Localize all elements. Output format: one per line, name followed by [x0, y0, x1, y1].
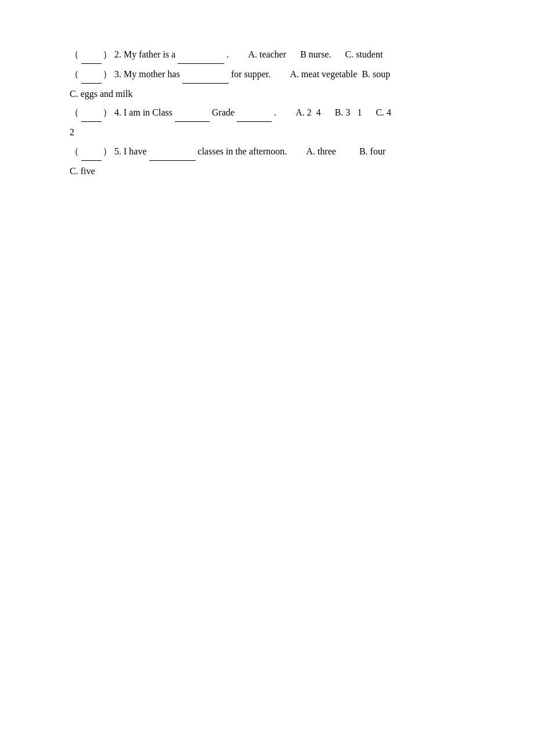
- q5-continuation: C. five: [70, 163, 476, 180]
- fill-blank-2[interactable]: [178, 46, 224, 64]
- q4-suffix: .: [274, 105, 276, 121]
- q4-middle: Grade: [212, 105, 234, 121]
- q4-prefix: 4. I am in Class: [112, 105, 172, 121]
- question-2: （ ） 2. My father is a . A. teacher B nur…: [70, 46, 476, 64]
- q2-suffix: .: [226, 46, 229, 63]
- q4-continuation: 2: [70, 124, 476, 141]
- q3-options: A. meat vegetable B. soup: [276, 66, 390, 83]
- bracket-open-4: （: [70, 105, 79, 121]
- fill-blank-3[interactable]: [182, 66, 229, 84]
- bracket-close-2: ）: [103, 46, 112, 63]
- fill-blank-4b[interactable]: [237, 105, 272, 122]
- q3-continuation: C. eggs and milk: [70, 86, 476, 103]
- bracket-open-3: （: [70, 66, 79, 83]
- question-3: （ ） 3. My mother has for supper. A. meat…: [70, 66, 476, 84]
- bracket-close-3: ）: [103, 66, 112, 83]
- bracket-close-5: ）: [103, 143, 112, 160]
- answer-blank-5[interactable]: [81, 143, 102, 161]
- q4-options: A. 2 4 B. 3 1 C. 4: [282, 105, 391, 121]
- q5-prefix: 5. I have: [112, 143, 147, 160]
- q2-options: A. teacher B nurse. C. student: [234, 46, 383, 63]
- q5-options: A. three B. four: [293, 143, 385, 160]
- q5-middle: classes in the afternoon.: [198, 143, 287, 160]
- question-5: （ ） 5. I have classes in the afternoon. …: [70, 143, 476, 161]
- bracket-open-5: （: [70, 143, 79, 160]
- question-4: （ ） 4. I am in Class Grade . A. 2 4 B. 3…: [70, 105, 476, 122]
- answer-blank-2[interactable]: [81, 46, 102, 64]
- bracket-open-2: （: [70, 46, 79, 63]
- q3-middle: for supper.: [231, 66, 270, 83]
- answer-blank-3[interactable]: [81, 66, 102, 84]
- bracket-close-4: ）: [103, 105, 112, 121]
- page: （ ） 2. My father is a . A. teacher B nur…: [0, 0, 534, 229]
- answer-blank-4[interactable]: [81, 105, 102, 122]
- fill-blank-5[interactable]: [149, 143, 196, 161]
- q2-number: 2. My father is a: [112, 46, 175, 63]
- q3-prefix: 3. My mother has: [112, 66, 180, 83]
- fill-blank-4a[interactable]: [175, 105, 210, 122]
